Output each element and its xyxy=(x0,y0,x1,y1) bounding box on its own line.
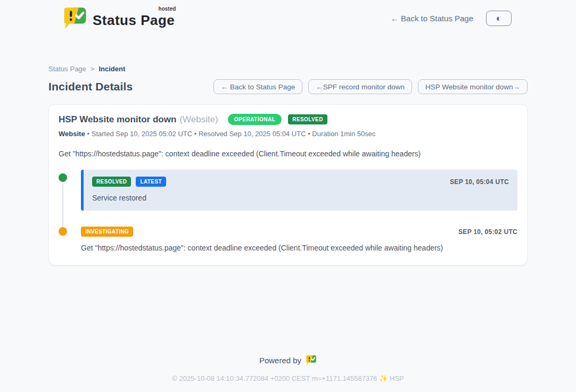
timeline-entry-investigating: INVESTIGATING SEP 10, 05:02 UTC Get "htt… xyxy=(81,227,517,252)
main-content: Status Page > Incident Incident Details … xyxy=(48,65,528,265)
incident-card: HSP Website monitor down (Website) OPERA… xyxy=(48,104,528,265)
investigating-badge: INVESTIGATING xyxy=(81,227,133,237)
breadcrumb: Status Page > Incident xyxy=(48,65,528,73)
incident-component: (Website) xyxy=(179,114,218,125)
status-page-logo-icon xyxy=(63,6,87,30)
powered-by-label: Powered by xyxy=(259,356,301,365)
half-circle-theme-icon: ◐ xyxy=(496,14,501,23)
entry-timestamp: SEP 10, 05:02 UTC xyxy=(458,228,517,236)
page-title: Incident Details xyxy=(48,80,133,93)
breadcrumb-status-page[interactable]: Status Page xyxy=(48,65,86,73)
operational-status-badge: OPERATIONAL xyxy=(228,114,282,125)
footer: Powered by © 2025-10-08 14:10:34.772084 … xyxy=(0,355,576,382)
meta-component-name: Website xyxy=(59,130,85,138)
breadcrumb-incident: Incident xyxy=(98,65,125,73)
investigating-dot-icon xyxy=(59,227,67,236)
header: Status Page hosted ← Back to Status Page… xyxy=(0,0,576,30)
latest-badge: LATEST xyxy=(136,177,166,187)
header-back-link[interactable]: ← Back to Status Page xyxy=(391,14,473,23)
entry-header-row: INVESTIGATING SEP 10, 05:02 UTC xyxy=(81,227,517,237)
entry-timestamp: SEP 10, 05:04 UTC xyxy=(450,178,509,186)
resolved-badge: RESOLVED xyxy=(92,177,131,187)
powered-by-link[interactable]: Powered by xyxy=(259,355,317,365)
timeline-entry-resolved: RESOLVED LATEST SEP 10, 05:04 UTC Servic… xyxy=(81,170,517,211)
entry-message: Get "https://hostedstatus.page": context… xyxy=(81,244,517,252)
timeline-connector-line xyxy=(62,184,63,228)
status-page-logo[interactable]: Status Page hosted xyxy=(63,6,175,30)
incident-title-row: HSP Website monitor down (Website) OPERA… xyxy=(59,114,517,125)
entry-badges: INVESTIGATING xyxy=(81,227,133,237)
breadcrumb-separator: > xyxy=(90,65,95,73)
hsp-logo-icon xyxy=(306,355,317,365)
brand-superscript: hosted xyxy=(159,6,176,12)
theme-toggle-button[interactable]: ◐ xyxy=(486,11,512,26)
copyright-text: © 2025-10-08 14:10:34.772084 +0200 CEST … xyxy=(0,374,576,382)
timeline-entry-highlight-box: RESOLVED LATEST SEP 10, 05:04 UTC Servic… xyxy=(81,170,517,211)
incident-title: HSP Website monitor down xyxy=(59,114,176,125)
incident-meta: Website• Started Sep 10, 2025 05:02 UTC … xyxy=(59,130,517,138)
resolved-status-badge: RESOLVED xyxy=(288,114,327,124)
next-incident-button[interactable]: HSP Website monitor down→ xyxy=(418,79,528,94)
incident-nav-buttons: ← Back to Status Page ←SPF record monito… xyxy=(213,79,528,94)
title-row: Incident Details ← Back to Status Page ←… xyxy=(48,79,528,94)
brand-wrap: Status Page hosted xyxy=(93,8,175,29)
resolved-dot-icon xyxy=(59,173,67,182)
header-right: ← Back to Status Page ◐ xyxy=(391,11,512,26)
prev-incident-button[interactable]: ←SPF record monitor down xyxy=(308,79,412,94)
incident-timeline: RESOLVED LATEST SEP 10, 05:04 UTC Servic… xyxy=(59,170,517,252)
meta-details: • Started Sep 10, 2025 05:02 UTC • Resol… xyxy=(87,130,376,138)
entry-message: Service restored xyxy=(92,194,509,202)
back-to-status-page-button[interactable]: ← Back to Status Page xyxy=(213,79,303,94)
incident-description: Get "https://hostedstatus.page": context… xyxy=(59,149,517,158)
entry-badges: RESOLVED LATEST xyxy=(92,177,166,187)
entry-header-row: RESOLVED LATEST SEP 10, 05:04 UTC xyxy=(92,177,509,187)
brand-name: Status Page xyxy=(93,12,175,28)
